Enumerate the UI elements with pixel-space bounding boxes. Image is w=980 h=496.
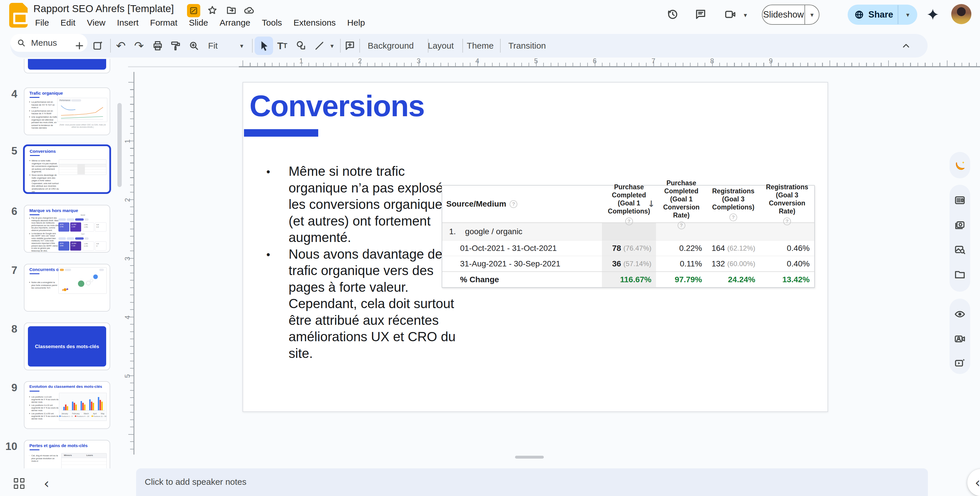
new-slide-sparkle-button[interactable] xyxy=(90,34,105,57)
meet-caret-icon[interactable]: ▾ xyxy=(744,11,747,19)
menu-item-file[interactable]: File xyxy=(29,17,55,29)
table-cell: 0.11% xyxy=(656,256,707,272)
background-button[interactable]: Background xyxy=(365,34,417,57)
thumb-bullet: Nous avons davantage de trafic organique… xyxy=(32,174,59,193)
bullet-dot: ● xyxy=(266,246,289,362)
chart-tab-label: Performance xyxy=(59,99,71,102)
video-sparkle-icon[interactable] xyxy=(954,357,966,369)
zoom-select[interactable]: Fit xyxy=(201,34,224,57)
menu-item-arrange[interactable]: Arrange xyxy=(214,17,256,29)
insert-comment-button[interactable] xyxy=(342,34,358,57)
zoom-caret-icon[interactable]: ▾ xyxy=(237,34,247,57)
slide-thumbnail-9[interactable]: Evolution du classement des mots-clés ●L… xyxy=(24,381,110,429)
banana-sparkle-icon[interactable] xyxy=(954,159,966,171)
chevron-left-icon: ‹ xyxy=(975,477,980,488)
star-favorite-icon[interactable] xyxy=(207,5,218,16)
slide-thumbnail-7[interactable]: Concurrents organiques ●Notre site a enr… xyxy=(24,264,110,312)
slide-body-text[interactable]: ● Même si notre trafic organique n’a pas… xyxy=(266,163,456,362)
help-icon[interactable]: ? xyxy=(509,200,517,208)
speaker-notes-input[interactable]: Click to add speaker notes xyxy=(136,468,928,496)
paint-format-button[interactable] xyxy=(168,34,183,57)
title-accent-bar[interactable] xyxy=(244,129,318,137)
menus-label: Menus xyxy=(31,38,57,48)
menu-item-edit[interactable]: Edit xyxy=(55,17,81,29)
move-folder-icon[interactable] xyxy=(226,5,237,16)
hide-menus-button[interactable] xyxy=(894,34,918,57)
share-caret-icon[interactable]: ▾ xyxy=(898,11,917,18)
slide-thumbnail-4[interactable]: Trafic organique ●La performance est en … xyxy=(24,87,110,135)
thumb-title: Evolution du classement des mots-clés xyxy=(29,385,102,389)
thumb-title-underline xyxy=(30,391,40,391)
toolbar-divider xyxy=(500,39,501,52)
layout-button[interactable]: Layout xyxy=(424,34,458,57)
undo-button[interactable]: ↶ xyxy=(113,34,128,57)
thumb-table xyxy=(59,159,107,175)
menu-item-insert[interactable]: Insert xyxy=(111,17,145,29)
line-tool-button[interactable] xyxy=(311,34,328,57)
thumb-title-underline xyxy=(30,97,40,98)
cloud-saved-icon[interactable] xyxy=(243,5,255,16)
folder-icon[interactable] xyxy=(954,269,966,280)
slide-thumbnail-3[interactable] xyxy=(24,59,110,73)
shape-tool-button[interactable] xyxy=(293,34,309,57)
new-slide-button[interactable] xyxy=(72,34,87,57)
menu-item-view[interactable]: View xyxy=(81,17,111,29)
shapes-icon xyxy=(296,40,306,51)
analytics-table[interactable]: Source/Medium ? Purchase Completed (Goal… xyxy=(442,185,815,288)
menu-item-help[interactable]: Help xyxy=(342,17,371,29)
show-side-panel-button[interactable]: ‹ xyxy=(967,469,980,496)
menu-item-tools[interactable]: Tools xyxy=(256,17,288,29)
thumb-bullet: Les positions 4 à 10 ont augmenté de X %… xyxy=(31,404,59,412)
menu-item-slide[interactable]: Slide xyxy=(183,17,214,29)
account-avatar[interactable] xyxy=(951,4,971,24)
print-button[interactable] xyxy=(150,34,165,57)
redo-button[interactable]: ↷ xyxy=(132,34,146,57)
slides-logo[interactable] xyxy=(9,3,28,28)
comments-icon[interactable] xyxy=(694,8,707,21)
chevron-up-icon xyxy=(901,41,911,51)
slide-canvas[interactable]: Conversions ● Même si notre trafic organ… xyxy=(243,82,828,412)
article-panel-icon[interactable] xyxy=(954,194,966,206)
slide-thumbnail-5-selected[interactable]: Conversions ● Même si notre trafic organ… xyxy=(23,145,111,194)
slide-thumbnail-8[interactable]: Classements des mots-clés xyxy=(24,323,110,370)
menu-item-format[interactable]: Format xyxy=(145,17,183,29)
sort-desc-icon[interactable]: ↓ xyxy=(648,200,655,208)
transition-button[interactable]: Transition xyxy=(503,34,551,57)
toolbar-divider xyxy=(462,39,463,52)
col-header-purchase-rate: Purchase Completed (Goal 1 Conversion Ra… xyxy=(656,186,707,223)
version-history-icon[interactable] xyxy=(666,8,679,21)
canvas-horizontal-scrollbar[interactable] xyxy=(515,456,544,459)
theme-button[interactable]: Theme xyxy=(465,34,495,57)
select-tool-button[interactable] xyxy=(255,37,273,55)
grid-view-button[interactable] xyxy=(14,478,25,490)
slideshow-caret-icon[interactable]: ▾ xyxy=(805,11,819,18)
zoom-button[interactable] xyxy=(186,34,201,57)
help-icon[interactable]: ? xyxy=(678,221,686,229)
thumb-title-underline xyxy=(30,155,40,156)
camera-photos-icon[interactable] xyxy=(954,219,966,231)
line-caret-icon[interactable]: ▾ xyxy=(327,34,337,57)
video-person-icon[interactable] xyxy=(954,333,966,345)
image-search-icon[interactable] xyxy=(954,244,966,256)
meet-camera-icon[interactable] xyxy=(724,8,737,21)
help-icon[interactable]: ? xyxy=(729,213,737,221)
eye-icon[interactable] xyxy=(954,308,966,320)
slide-thumbnail-6[interactable]: Marque vs hors marque ●Pas de gros chang… xyxy=(24,205,110,253)
collapse-filmstrip-icon[interactable]: ‹ xyxy=(44,478,49,489)
gemini-sparkle-icon[interactable] xyxy=(926,8,939,21)
share-button[interactable]: Share ▾ xyxy=(848,5,917,25)
slide-thumbnail-10[interactable]: Pertes et gains de mots-clés -Cat, dog e… xyxy=(24,440,110,468)
table-cell: 164(62.12%) xyxy=(707,240,760,256)
toolbar-divider xyxy=(252,39,253,52)
slideshow-button[interactable]: Slideshow ▾ xyxy=(762,5,819,25)
slide-title[interactable]: Conversions xyxy=(250,89,425,123)
thumb-bullet: La performance est en hausse de X % MoM xyxy=(31,110,59,115)
filmstrip-scrollbar[interactable] xyxy=(118,103,122,187)
thumb-title: Classements des mots-clés xyxy=(33,343,100,350)
menu-item-extensions[interactable]: Extensions xyxy=(288,17,342,29)
document-title[interactable]: Rapport SEO Ahrefs [Template] xyxy=(33,3,174,14)
help-icon[interactable]: ? xyxy=(783,218,791,225)
change-row-label: % Change xyxy=(442,272,602,288)
help-icon[interactable]: ? xyxy=(625,218,633,225)
textbox-tool-button[interactable]: TT xyxy=(274,34,291,57)
